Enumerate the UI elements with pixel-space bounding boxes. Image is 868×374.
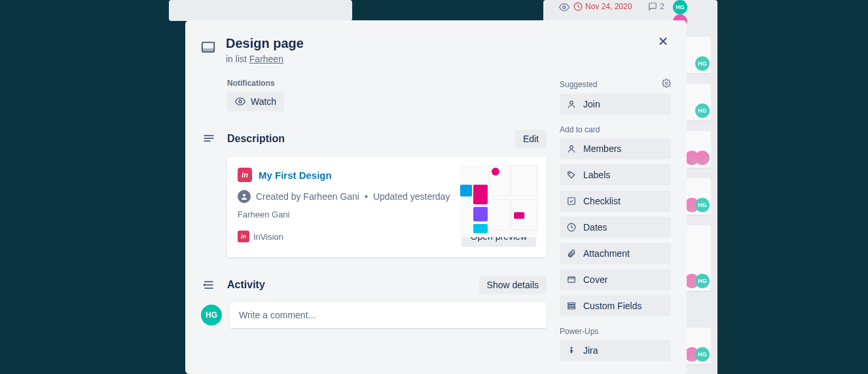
svg-point-15 [570, 145, 573, 149]
eye-icon [235, 96, 245, 107]
show-details-button[interactable]: Show details [479, 276, 547, 294]
card-icon [201, 40, 215, 57]
dates-button[interactable]: Dates [560, 217, 671, 238]
avatar: HG [695, 56, 710, 71]
card-modal: Design page in list Farheen Notification… [185, 20, 687, 374]
labels-button[interactable]: Labels [560, 164, 671, 185]
close-button[interactable] [653, 31, 674, 52]
svg-rect-20 [568, 277, 575, 279]
svg-rect-5 [204, 135, 214, 136]
gear-icon[interactable] [662, 79, 671, 90]
invision-title[interactable]: My First Design [259, 170, 332, 181]
comment-count-text: 2 [660, 2, 664, 11]
description-heading: Description [227, 133, 505, 145]
user-icon [566, 100, 577, 109]
jira-icon [566, 346, 577, 355]
user-icon [566, 144, 577, 153]
comment-input[interactable]: Write a comment... [230, 302, 547, 328]
avatar: HG [695, 347, 710, 362]
invision-thumbnail [460, 165, 539, 237]
clock-icon [566, 223, 577, 232]
svg-point-16 [570, 173, 570, 174]
watch-button[interactable]: Watch [227, 92, 284, 111]
svg-rect-23 [568, 307, 575, 309]
cover-icon [566, 275, 577, 284]
attachment-button[interactable]: Attachment [560, 243, 671, 264]
checklist-button[interactable]: Checklist [560, 191, 671, 212]
card-title[interactable]: Design page [226, 36, 304, 51]
invision-logo-icon: in [238, 168, 252, 182]
svg-rect-22 [568, 305, 575, 307]
checklist-icon [566, 196, 577, 206]
due-date-badge: Nov 24, 2020 [573, 2, 632, 11]
svg-rect-17 [568, 198, 575, 205]
user-avatar: HG [201, 305, 222, 326]
powerups-label: Power-Ups [560, 327, 598, 336]
svg-rect-7 [204, 141, 211, 142]
notifications-label: Notifications [227, 79, 547, 88]
svg-point-0 [563, 6, 566, 9]
updated-text: Updated yesterday [373, 191, 450, 202]
avatar: HG [695, 274, 710, 288]
watch-label: Watch [251, 96, 276, 107]
members-button[interactable]: Members [560, 138, 671, 159]
join-button[interactable]: Join [560, 94, 671, 115]
avatar [695, 151, 710, 165]
avatar: HG [695, 198, 710, 212]
invision-card: in My First Design Created by Farheen Ga… [227, 157, 547, 257]
add-to-card-label: Add to card [560, 125, 600, 134]
svg-rect-21 [568, 303, 575, 304]
fields-icon [566, 301, 577, 310]
suggested-label: Suggested [560, 80, 597, 89]
svg-point-13 [665, 82, 668, 84]
jira-button[interactable]: Jira [560, 340, 671, 361]
user-icon [238, 190, 251, 203]
svg-rect-3 [202, 48, 214, 52]
cover-button[interactable]: Cover [560, 269, 671, 290]
invision-small-icon: in [238, 231, 249, 242]
tag-icon [566, 170, 577, 179]
edit-description-button[interactable]: Edit [515, 130, 547, 148]
due-date-text: Nov 24, 2020 [585, 2, 632, 11]
created-by-text: Created by Farheen Gani [256, 191, 359, 202]
paperclip-icon [566, 249, 577, 258]
activity-icon [201, 278, 217, 291]
avatar: HG [695, 103, 710, 118]
invision-brand: InVision [253, 232, 283, 242]
activity-heading: Activity [227, 279, 469, 291]
custom-fields-button[interactable]: Custom Fields [560, 295, 671, 316]
svg-point-14 [570, 101, 573, 104]
svg-rect-6 [204, 138, 214, 139]
comment-count-badge: 2 [648, 2, 664, 11]
svg-point-12 [204, 284, 206, 286]
in-list-text: in list Farheen [226, 54, 304, 64]
description-icon [201, 132, 217, 145]
svg-point-4 [239, 100, 242, 103]
list-link[interactable]: Farheen [249, 54, 283, 64]
watch-eye-icon [559, 2, 570, 15]
svg-point-8 [243, 194, 245, 196]
avatar: HG [673, 0, 687, 14]
